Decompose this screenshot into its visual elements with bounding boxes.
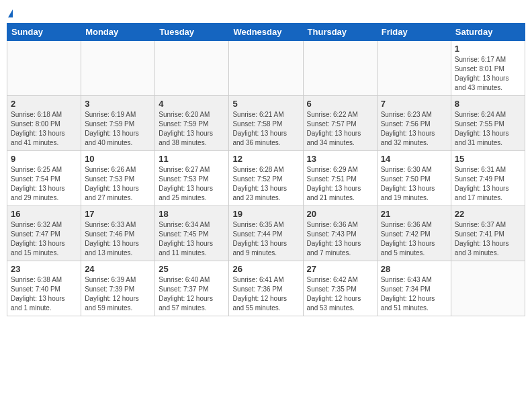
day-number: 1: [455, 44, 521, 54]
week-row-5: 23Sunrise: 6:38 AM Sunset: 7:40 PM Dayli…: [7, 261, 525, 316]
day-info: Sunrise: 6:32 AM Sunset: 7:47 PM Dayligh…: [11, 220, 77, 258]
week-row-2: 2Sunrise: 6:18 AM Sunset: 8:00 PM Daylig…: [7, 96, 525, 151]
day-info: Sunrise: 6:22 AM Sunset: 7:57 PM Dayligh…: [307, 110, 373, 148]
day-info: Sunrise: 6:26 AM Sunset: 7:53 PM Dayligh…: [85, 165, 151, 203]
calendar-cell: 15Sunrise: 6:31 AM Sunset: 7:49 PM Dayli…: [451, 151, 525, 206]
weekday-header-monday: Monday: [81, 24, 155, 41]
calendar-cell: 3Sunrise: 6:19 AM Sunset: 7:59 PM Daylig…: [81, 96, 155, 151]
calendar-cell: [229, 41, 303, 96]
day-number: 3: [85, 99, 151, 109]
logo: [7, 7, 13, 17]
calendar-cell: 4Sunrise: 6:20 AM Sunset: 7:59 PM Daylig…: [155, 96, 229, 151]
day-number: 9: [11, 154, 77, 164]
day-info: Sunrise: 6:34 AM Sunset: 7:45 PM Dayligh…: [159, 220, 225, 258]
calendar-cell: 20Sunrise: 6:36 AM Sunset: 7:43 PM Dayli…: [303, 206, 377, 261]
calendar-cell: 18Sunrise: 6:34 AM Sunset: 7:45 PM Dayli…: [155, 206, 229, 261]
calendar-cell: 6Sunrise: 6:22 AM Sunset: 7:57 PM Daylig…: [303, 96, 377, 151]
day-number: 15: [455, 154, 521, 164]
day-number: 8: [455, 99, 521, 109]
day-number: 16: [11, 209, 77, 219]
day-number: 21: [381, 209, 447, 219]
day-number: 14: [381, 154, 447, 164]
day-number: 2: [11, 99, 77, 109]
calendar-cell: 8Sunrise: 6:24 AM Sunset: 7:55 PM Daylig…: [451, 96, 525, 151]
day-number: 25: [159, 264, 225, 274]
calendar-cell: [377, 41, 451, 96]
weekday-header-tuesday: Tuesday: [155, 24, 229, 41]
day-info: Sunrise: 6:39 AM Sunset: 7:39 PM Dayligh…: [85, 275, 151, 313]
day-number: 19: [232, 209, 299, 219]
day-info: Sunrise: 6:37 AM Sunset: 7:41 PM Dayligh…: [455, 220, 521, 258]
day-number: 11: [159, 154, 225, 164]
calendar-cell: [7, 41, 81, 96]
calendar-cell: 7Sunrise: 6:23 AM Sunset: 7:56 PM Daylig…: [377, 96, 451, 151]
calendar-cell: [81, 41, 155, 96]
calendar-cell: 12Sunrise: 6:28 AM Sunset: 7:52 PM Dayli…: [229, 151, 303, 206]
day-info: Sunrise: 6:21 AM Sunset: 7:58 PM Dayligh…: [232, 110, 299, 148]
calendar-cell: 28Sunrise: 6:43 AM Sunset: 7:34 PM Dayli…: [377, 261, 451, 316]
weekday-header-saturday: Saturday: [451, 24, 525, 41]
day-number: 18: [159, 209, 225, 219]
weekday-header-sunday: Sunday: [7, 24, 81, 41]
weekday-header-wednesday: Wednesday: [229, 24, 303, 41]
calendar-cell: 1Sunrise: 6:17 AM Sunset: 8:01 PM Daylig…: [451, 41, 525, 96]
day-number: 27: [307, 264, 373, 274]
day-info: Sunrise: 6:36 AM Sunset: 7:43 PM Dayligh…: [307, 220, 373, 258]
calendar-cell: [303, 41, 377, 96]
calendar-cell: 16Sunrise: 6:32 AM Sunset: 7:47 PM Dayli…: [7, 206, 81, 261]
page-header: [7, 7, 525, 17]
day-info: Sunrise: 6:23 AM Sunset: 7:56 PM Dayligh…: [381, 110, 447, 148]
day-info: Sunrise: 6:24 AM Sunset: 7:55 PM Dayligh…: [455, 110, 521, 148]
calendar-cell: 25Sunrise: 6:40 AM Sunset: 7:37 PM Dayli…: [155, 261, 229, 316]
day-info: Sunrise: 6:40 AM Sunset: 7:37 PM Dayligh…: [159, 275, 225, 313]
calendar-cell: 23Sunrise: 6:38 AM Sunset: 7:40 PM Dayli…: [7, 261, 81, 316]
calendar-cell: 11Sunrise: 6:27 AM Sunset: 7:53 PM Dayli…: [155, 151, 229, 206]
calendar-cell: [451, 261, 525, 316]
week-row-4: 16Sunrise: 6:32 AM Sunset: 7:47 PM Dayli…: [7, 206, 525, 261]
day-info: Sunrise: 6:25 AM Sunset: 7:54 PM Dayligh…: [11, 165, 77, 203]
day-number: 4: [159, 99, 225, 109]
calendar-cell: 13Sunrise: 6:29 AM Sunset: 7:51 PM Dayli…: [303, 151, 377, 206]
day-number: 5: [232, 99, 299, 109]
day-info: Sunrise: 6:17 AM Sunset: 8:01 PM Dayligh…: [455, 55, 521, 93]
calendar-cell: [155, 41, 229, 96]
day-info: Sunrise: 6:19 AM Sunset: 7:59 PM Dayligh…: [85, 110, 151, 148]
calendar-cell: 26Sunrise: 6:41 AM Sunset: 7:36 PM Dayli…: [229, 261, 303, 316]
day-info: Sunrise: 6:31 AM Sunset: 7:49 PM Dayligh…: [455, 165, 521, 203]
calendar-cell: 10Sunrise: 6:26 AM Sunset: 7:53 PM Dayli…: [81, 151, 155, 206]
day-info: Sunrise: 6:20 AM Sunset: 7:59 PM Dayligh…: [159, 110, 225, 148]
calendar-cell: 21Sunrise: 6:36 AM Sunset: 7:42 PM Dayli…: [377, 206, 451, 261]
day-number: 22: [455, 209, 521, 219]
calendar-cell: 5Sunrise: 6:21 AM Sunset: 7:58 PM Daylig…: [229, 96, 303, 151]
day-number: 6: [307, 99, 373, 109]
calendar-table: SundayMondayTuesdayWednesdayThursdayFrid…: [7, 23, 525, 316]
week-row-3: 9Sunrise: 6:25 AM Sunset: 7:54 PM Daylig…: [7, 151, 525, 206]
calendar-cell: 17Sunrise: 6:33 AM Sunset: 7:46 PM Dayli…: [81, 206, 155, 261]
day-info: Sunrise: 6:35 AM Sunset: 7:44 PM Dayligh…: [232, 220, 299, 258]
calendar-cell: 22Sunrise: 6:37 AM Sunset: 7:41 PM Dayli…: [451, 206, 525, 261]
day-info: Sunrise: 6:30 AM Sunset: 7:50 PM Dayligh…: [381, 165, 447, 203]
day-number: 10: [85, 154, 151, 164]
day-number: 17: [85, 209, 151, 219]
logo-triangle-icon: [8, 9, 13, 17]
day-number: 12: [232, 154, 299, 164]
day-info: Sunrise: 6:18 AM Sunset: 8:00 PM Dayligh…: [11, 110, 77, 148]
day-info: Sunrise: 6:38 AM Sunset: 7:40 PM Dayligh…: [11, 275, 77, 313]
weekday-header-thursday: Thursday: [303, 24, 377, 41]
day-number: 13: [307, 154, 373, 164]
day-number: 7: [381, 99, 447, 109]
day-number: 28: [381, 264, 447, 274]
day-info: Sunrise: 6:27 AM Sunset: 7:53 PM Dayligh…: [159, 165, 225, 203]
calendar-cell: 19Sunrise: 6:35 AM Sunset: 7:44 PM Dayli…: [229, 206, 303, 261]
day-info: Sunrise: 6:41 AM Sunset: 7:36 PM Dayligh…: [232, 275, 299, 313]
day-number: 26: [232, 264, 299, 274]
day-info: Sunrise: 6:43 AM Sunset: 7:34 PM Dayligh…: [381, 275, 447, 313]
calendar-cell: 24Sunrise: 6:39 AM Sunset: 7:39 PM Dayli…: [81, 261, 155, 316]
day-info: Sunrise: 6:29 AM Sunset: 7:51 PM Dayligh…: [307, 165, 373, 203]
day-number: 24: [85, 264, 151, 274]
day-number: 23: [11, 264, 77, 274]
day-info: Sunrise: 6:36 AM Sunset: 7:42 PM Dayligh…: [381, 220, 447, 258]
weekday-header-row: SundayMondayTuesdayWednesdayThursdayFrid…: [7, 24, 525, 41]
day-number: 20: [307, 209, 373, 219]
day-info: Sunrise: 6:42 AM Sunset: 7:35 PM Dayligh…: [307, 275, 373, 313]
